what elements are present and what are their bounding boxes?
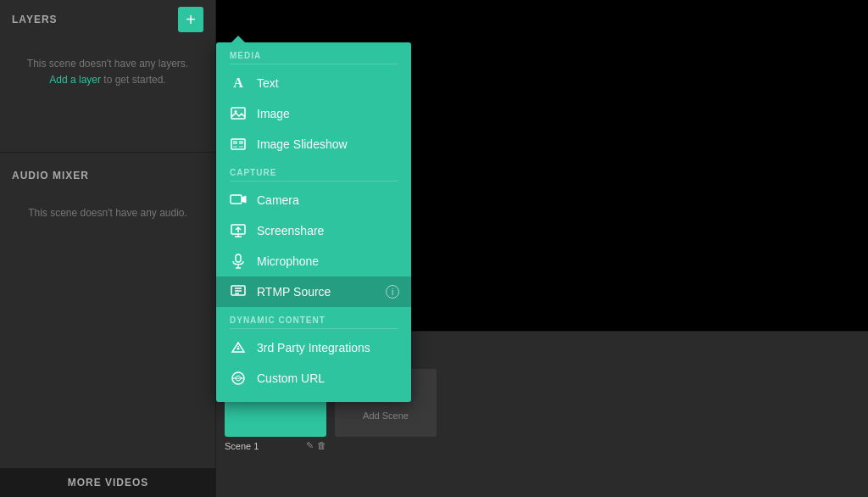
add-layer-dropdown: MEDIA A Text Image Image Slideshow <box>216 42 411 402</box>
dynamic-category-label: DYNAMIC CONTENT <box>216 307 411 328</box>
layers-empty-text: This scene doesn't have any layers. <box>27 58 188 70</box>
camera-icon <box>230 192 247 209</box>
menu-item-3rdparty[interactable]: 3rd Party Integrations <box>216 332 411 363</box>
rtmp-icon <box>230 283 247 300</box>
layers-section: LAYERS + This scene doesn't have any lay… <box>0 0 215 153</box>
rtmp-info-icon[interactable]: i <box>386 285 399 299</box>
audio-mixer-title: AUDIO MIXER <box>0 161 215 190</box>
menu-item-3rdparty-label: 3rd Party Integrations <box>257 341 370 355</box>
menu-item-image[interactable]: Image <box>216 98 411 129</box>
menu-item-text-label: Text <box>257 76 279 90</box>
layers-title: LAYERS <box>12 14 58 25</box>
dropdown-arrow <box>231 36 245 42</box>
menu-item-screenshare-label: Screenshare <box>257 224 324 237</box>
left-panel: LAYERS + This scene doesn't have any lay… <box>0 0 216 497</box>
audio-mixer-section: AUDIO MIXER This scene doesn't have any … <box>0 153 215 497</box>
menu-item-customurl-label: Custom URL <box>257 371 325 385</box>
microphone-icon <box>230 253 247 270</box>
scene-edit-icon[interactable]: ✎ <box>306 440 314 451</box>
svg-rect-12 <box>236 254 241 262</box>
screenshare-icon <box>230 222 247 239</box>
scene-1-label-row: Scene 1 ✎ 🗑 <box>225 440 326 451</box>
slideshow-icon <box>230 136 247 153</box>
svg-rect-6 <box>239 146 243 148</box>
layers-link-suffix: to get started. <box>101 74 166 86</box>
customurl-icon <box>230 370 247 387</box>
dynamic-divider <box>230 328 398 329</box>
text-icon: A <box>230 75 247 92</box>
audio-empty-text: This scene doesn't have any audio. <box>0 190 215 236</box>
svg-rect-2 <box>231 139 245 149</box>
svg-rect-5 <box>233 146 237 148</box>
menu-item-screenshare[interactable]: Screenshare <box>216 215 411 246</box>
svg-rect-4 <box>239 141 243 144</box>
menu-item-slideshow[interactable]: Image Slideshow <box>216 129 411 159</box>
media-divider <box>230 64 398 64</box>
svg-rect-0 <box>231 108 245 119</box>
menu-item-customurl[interactable]: Custom URL <box>216 363 411 394</box>
menu-item-slideshow-label: Image Slideshow <box>257 137 348 151</box>
scene-1-label: Scene 1 <box>225 441 259 451</box>
layers-header-row: LAYERS + <box>0 0 215 39</box>
more-videos-button[interactable]: MORE VIDEOS <box>0 468 216 497</box>
capture-category-label: CAPTURE <box>216 159 411 181</box>
menu-item-rtmp-label: RTMP Source <box>257 285 331 299</box>
menu-item-microphone-label: Microphone <box>257 254 319 268</box>
menu-item-camera[interactable]: Camera <box>216 185 411 215</box>
scene-1-icons: ✎ 🗑 <box>306 440 326 451</box>
capture-divider <box>230 181 398 181</box>
svg-rect-3 <box>233 141 237 144</box>
media-category-label: MEDIA <box>216 42 411 64</box>
scene-delete-icon[interactable]: 🗑 <box>317 440 326 451</box>
menu-item-microphone[interactable]: Microphone <box>216 246 411 276</box>
menu-item-text[interactable]: A Text <box>216 68 411 98</box>
add-scene-label: Add Scene <box>363 410 409 421</box>
image-icon <box>230 105 247 122</box>
add-layer-link[interactable]: Add a layer <box>49 74 101 86</box>
add-layer-button[interactable]: + <box>178 7 203 32</box>
svg-point-20 <box>237 348 240 350</box>
menu-item-camera-label: Camera <box>257 193 299 207</box>
svg-rect-7 <box>231 195 242 204</box>
layers-empty-state: This scene doesn't have any layers. Add … <box>0 39 215 105</box>
3rdparty-icon <box>230 339 247 356</box>
menu-item-image-label: Image <box>257 107 290 120</box>
menu-item-rtmp[interactable]: RTMP Source i <box>216 276 411 307</box>
